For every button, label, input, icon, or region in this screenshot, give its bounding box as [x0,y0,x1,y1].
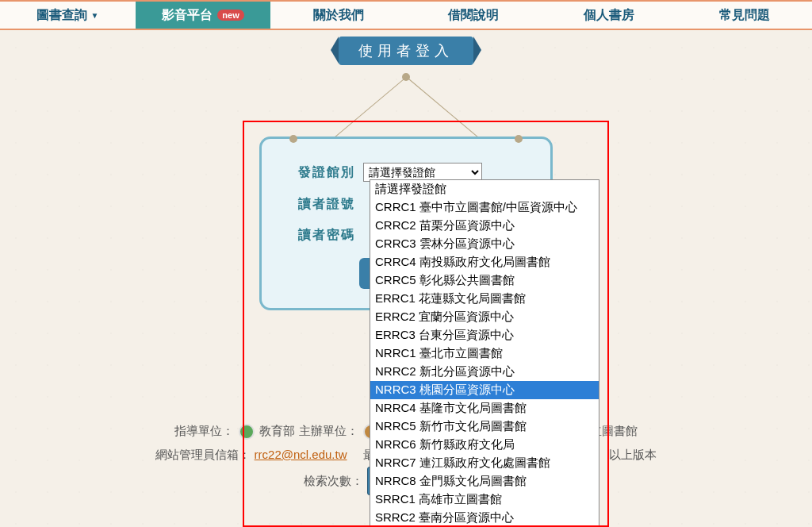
dropdown-option[interactable]: CRRC2 苗栗分區資源中心 [370,217,599,235]
dropdown-option[interactable]: NRRC7 連江縣政府文化處圖書館 [370,454,599,472]
edu-logo-icon [239,424,255,440]
nav-item-search[interactable]: 圖書查詢 ▼ [0,2,136,29]
nav-item-about[interactable]: 關於我們 [270,2,406,29]
chevron-down-icon: ▼ [90,11,98,20]
dropdown-option[interactable]: NRRC6 新竹縣政府文化局 [370,436,599,454]
nav-label: 常見問題 [719,7,770,24]
dropdown-option[interactable]: SRRC1 高雄市立圖書館 [370,490,599,509]
nav-label: 個人書房 [584,7,634,24]
admin-email-link[interactable]: rrc22@ncl.edu.tw [255,448,347,461]
guide-label: 指導單位： [174,424,234,437]
nav-label: 借閱說明 [448,7,499,24]
nav-item-borrow[interactable]: 借閱說明 [406,2,542,29]
nav-item-faq[interactable]: 常見問題 [676,2,812,29]
library-label: 發證館別 [284,164,355,181]
hanger-decoration [247,65,565,137]
admin-label: 網站管理員信箱： [155,448,251,461]
dropdown-option[interactable]: CRRC5 彰化縣公共圖書館 [370,271,599,290]
reader-pw-label: 讀者密碼 [284,227,355,244]
best-suffix: 以上版本 [609,448,657,461]
dropdown-option[interactable]: NRRC2 新北分區資源中心 [370,363,599,381]
new-badge: new [217,10,243,21]
nav-item-personal[interactable]: 個人書房 [542,2,677,29]
dropdown-option[interactable]: NRRC3 桃園分區資源中心 [370,381,599,399]
dropdown-option[interactable]: SRRC2 臺南分區資源中心 [370,509,599,527]
search-count-label: 檢索次數： [304,474,363,487]
dropdown-option[interactable]: NRRC1 臺北市立圖書館 [370,344,599,363]
dropdown-option[interactable]: NRRC5 新竹市文化局圖書館 [370,417,599,436]
dropdown-option[interactable]: 請選擇發證館 [370,180,599,198]
page-title-banner: 使用者登入 [339,37,473,65]
dropdown-option[interactable]: ERRC3 台東分區資源中心 [370,326,599,344]
dropdown-option[interactable]: NRRC8 金門縣文化局圖書館 [370,472,599,490]
guide-name: 教育部 [259,424,295,437]
dropdown-option[interactable]: ERRC2 宜蘭分區資源中心 [370,308,599,326]
nav-label: 關於我們 [313,7,364,24]
dropdown-option[interactable]: NRRC4 基隆市文化局圖書館 [370,399,599,417]
dropdown-option[interactable]: CRRC4 南投縣政府文化局圖書館 [370,253,599,271]
dropdown-option[interactable]: CRRC3 雲林分區資源中心 [370,235,599,253]
nav-label: 圖書查詢 [36,7,87,24]
host-label: 主辦單位： [299,424,358,437]
dropdown-option[interactable]: CRRC1 臺中市立圖書館/中區資源中心 [370,198,599,217]
dropdown-option[interactable]: ERRC1 花蓮縣文化局圖書館 [370,290,599,308]
nav-label: 影音平台 [162,7,213,24]
main-nav: 圖書查詢 ▼ 影音平台 new 關於我們 借閱說明 個人書房 常見問題 [0,0,812,30]
nav-item-media[interactable]: 影音平台 new [136,2,271,29]
library-dropdown-list[interactable]: 請選擇發證館CRRC1 臺中市立圖書館/中區資源中心CRRC2 苗栗分區資源中心… [370,179,599,527]
reader-id-label: 讀者證號 [284,196,355,213]
page-title: 使用者登入 [358,43,454,59]
